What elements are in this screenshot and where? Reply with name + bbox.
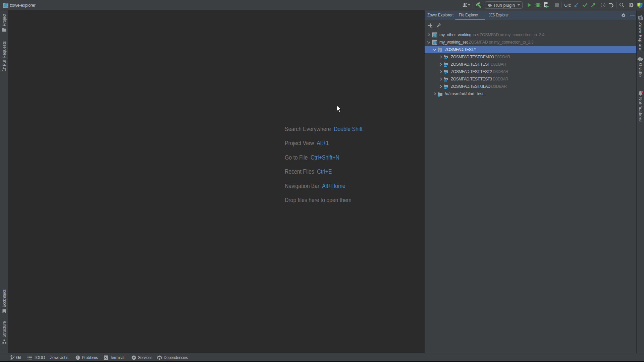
svg-text:DS: DS (444, 79, 447, 81)
svg-text:DS: DS (444, 57, 447, 59)
svg-text:DS: DS (444, 64, 447, 67)
svg-text:DS: DS (444, 72, 447, 74)
svg-text:DS: DS (438, 50, 441, 52)
svg-text:DS: DS (444, 86, 447, 89)
